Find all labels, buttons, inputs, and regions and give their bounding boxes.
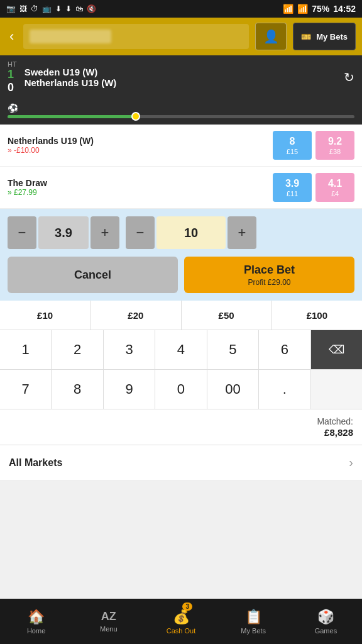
nav-cashout[interactable]: 3 💰 Cash Out xyxy=(145,599,217,644)
home-icon: 🏠 xyxy=(28,609,45,625)
refresh-button[interactable]: ↻ xyxy=(344,70,354,85)
key-backspace[interactable]: ⌫ xyxy=(311,330,362,369)
matched-section: Matched: £8,828 xyxy=(0,409,362,445)
bet-pl-2: » £27.99 xyxy=(8,188,47,197)
lay-odds-1[interactable]: 9.2 £38 xyxy=(315,131,354,160)
bet-team-info-1: Netherlands U19 (W) » -£10.00 xyxy=(8,136,94,155)
team1-name: Sweden U19 (W) xyxy=(25,67,336,77)
bet-team-name-2: The Draw xyxy=(8,178,47,188)
place-bet-label: Place Bet xyxy=(244,264,295,277)
key-1[interactable]: 1 xyxy=(0,330,52,369)
nav-games[interactable]: 🎲 Games xyxy=(290,599,362,644)
bottom-nav: 🏠 Home AZ Menu 3 💰 Cash Out 📋 My Bets 🎲 … xyxy=(0,599,362,644)
nav-mybets[interactable]: 📋 My Bets xyxy=(217,599,290,644)
battery-text: 75% xyxy=(312,4,329,14)
back-odds-2[interactable]: 3.9 £11 xyxy=(273,173,312,202)
download2-icon: ⬇ xyxy=(65,4,72,13)
lay-odds-2-val: 4.1 xyxy=(328,178,342,189)
score-team2: 0 xyxy=(8,81,14,94)
progress-section: ⚽ xyxy=(0,99,362,125)
lay-stake-2: £4 xyxy=(331,190,339,197)
back-stake-2: £11 xyxy=(287,190,298,197)
numpad-row-2: 7 8 9 0 00 . xyxy=(0,370,362,409)
screenshot-icon: 📷 xyxy=(6,4,16,13)
all-markets-row[interactable]: All Markets › xyxy=(0,445,362,480)
odds-increment[interactable]: + xyxy=(90,216,119,249)
nav-home[interactable]: 🏠 Home xyxy=(0,599,72,644)
matched-label: Matched: xyxy=(317,416,353,426)
wifi-icon: 📶 xyxy=(283,4,293,14)
key-3[interactable]: 3 xyxy=(104,330,155,369)
match-header: HT 1 0 Sweden U19 (W) Netherlands U19 (W… xyxy=(0,55,362,99)
ball-icon: ⚽ xyxy=(8,103,354,113)
nav-menu[interactable]: AZ Menu xyxy=(72,599,145,644)
key-0[interactable]: 0 xyxy=(155,370,207,409)
nav-home-label: Home xyxy=(27,627,45,635)
stake-increment[interactable]: + xyxy=(228,216,256,249)
games-icon: 🎲 xyxy=(317,609,334,625)
key-dot[interactable]: . xyxy=(259,370,310,409)
nav-menu-label: Menu xyxy=(100,625,118,633)
odds-value: 3.9 xyxy=(38,216,89,249)
key-4[interactable]: 4 xyxy=(155,330,207,369)
back-odds-1-val: 8 xyxy=(290,136,295,147)
account-button[interactable]: 👤 xyxy=(255,23,287,50)
bet-odds-2: 3.9 £11 4.1 £4 xyxy=(273,173,354,202)
chevron-right-icon: › xyxy=(349,455,353,470)
bet-panel: − 3.9 + − + Cancel Place Bet Profit £29.… xyxy=(0,209,362,301)
quick-stake-50[interactable]: £50 xyxy=(182,301,272,330)
image-icon: 🖼 xyxy=(19,4,27,13)
bet-controls-row: − 3.9 + − + xyxy=(8,216,354,249)
progress-fill xyxy=(8,115,136,118)
quick-stake-100[interactable]: £100 xyxy=(272,301,362,330)
status-icons: 📷 🖼 ⏱ 📺 ⬇ ⬇ 🛍 🔇 xyxy=(6,4,96,13)
bet-team-name-1: Netherlands U19 (W) xyxy=(8,136,94,146)
lay-stake-1: £38 xyxy=(329,148,341,155)
nav-cashout-label: Cash Out xyxy=(167,627,195,635)
profit-label: Profit £29.00 xyxy=(248,278,290,287)
key-9[interactable]: 9 xyxy=(104,370,155,409)
key-6[interactable]: 6 xyxy=(259,330,310,369)
key-00[interactable]: 00 xyxy=(207,370,259,409)
screen-icon: 📺 xyxy=(42,4,52,13)
time-display: 14:52 xyxy=(333,4,356,14)
progress-marker xyxy=(131,112,140,121)
progress-bar xyxy=(8,115,354,118)
stake-input[interactable] xyxy=(156,216,226,249)
numpad-row-1: 1 2 3 4 5 6 ⌫ xyxy=(0,330,362,370)
lay-odds-2[interactable]: 4.1 £4 xyxy=(315,173,354,202)
stake-stepper: − + xyxy=(126,216,256,249)
odds-decrement[interactable]: − xyxy=(8,216,36,249)
key-2[interactable]: 2 xyxy=(52,330,103,369)
key-7[interactable]: 7 xyxy=(0,370,52,409)
betting-area: Netherlands U19 (W) » -£10.00 8 £15 9.2 … xyxy=(0,125,362,209)
place-bet-button[interactable]: Place Bet Profit £29.00 xyxy=(184,257,354,293)
cancel-button[interactable]: Cancel xyxy=(8,257,178,293)
quick-stake-10[interactable]: £10 xyxy=(0,301,90,330)
status-right: 📶 📶 75% 14:52 xyxy=(283,4,356,14)
stake-decrement[interactable]: − xyxy=(126,216,155,249)
match-teams: Sweden U19 (W) Netherlands U19 (W) xyxy=(25,67,336,88)
my-bets-header-button[interactable]: 🎫 My Bets xyxy=(293,23,356,50)
quick-stake-20[interactable]: £20 xyxy=(90,301,181,330)
back-button[interactable]: ‹ xyxy=(6,25,17,48)
lay-odds-1-val: 9.2 xyxy=(328,136,342,147)
bet-team-info-2: The Draw » £27.99 xyxy=(8,178,47,197)
nav-games-label: Games xyxy=(315,627,337,635)
bet-row-draw: The Draw » £27.99 3.9 £11 4.1 £4 xyxy=(0,167,362,209)
account-icon: 👤 xyxy=(263,29,279,44)
back-odds-1[interactable]: 8 £15 xyxy=(273,131,312,160)
clock-icon: ⏱ xyxy=(31,4,38,13)
score-block: HT 1 0 xyxy=(8,60,17,94)
ht-label: HT xyxy=(8,60,17,68)
logo-area xyxy=(23,24,249,49)
key-5[interactable]: 5 xyxy=(207,330,259,369)
back-odds-2-val: 3.9 xyxy=(285,178,299,189)
team2-name: Netherlands U19 (W) xyxy=(25,77,336,88)
menu-icon: AZ xyxy=(101,610,116,623)
key-8[interactable]: 8 xyxy=(52,370,103,409)
bet-row-netherlands: Netherlands U19 (W) » -£10.00 8 £15 9.2 … xyxy=(0,125,362,167)
odds-stepper: − 3.9 + xyxy=(8,216,119,249)
bet-action-row: Cancel Place Bet Profit £29.00 xyxy=(8,257,354,293)
header: ‹ 👤 🎫 My Bets xyxy=(0,18,362,55)
